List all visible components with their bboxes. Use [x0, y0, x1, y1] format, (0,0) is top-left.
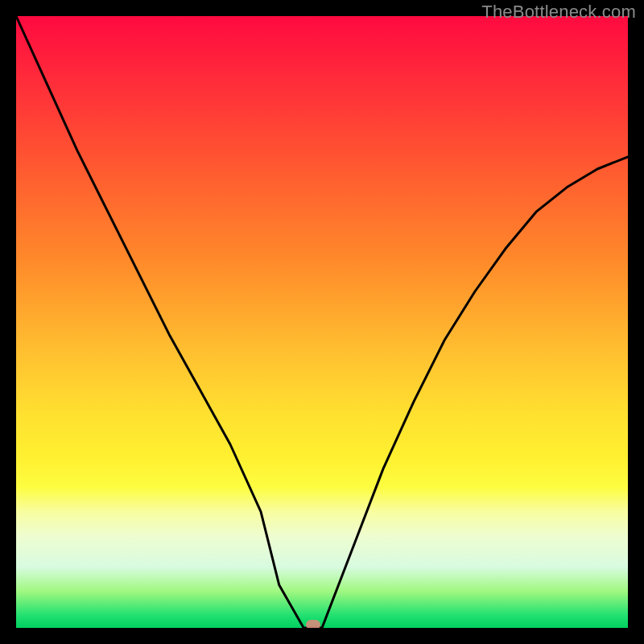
watermark-text: TheBottleneck.com [481, 2, 636, 23]
optimum-marker [306, 620, 320, 628]
bottleneck-curve [16, 16, 628, 628]
plot-area [16, 16, 628, 628]
chart-frame: TheBottleneck.com [0, 0, 644, 644]
